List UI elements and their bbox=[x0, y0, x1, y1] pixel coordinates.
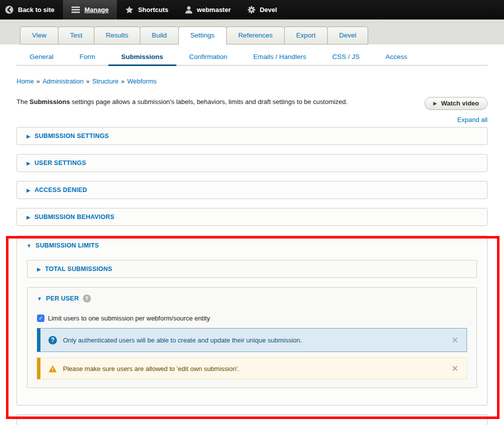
secondary-tabs-bar: General Form Submissions Confirmation Em… bbox=[16, 44, 488, 66]
fieldset-label: SUBMISSION SETTINGS bbox=[34, 132, 109, 140]
toolbar-devel[interactable]: Devel bbox=[239, 0, 286, 20]
secondary-tab-emails-handlers[interactable]: Emails / Handlers bbox=[240, 50, 319, 66]
info-message: ? Only authenticated users will be able … bbox=[37, 328, 467, 352]
toolbar-label: webmaster bbox=[197, 6, 231, 14]
fieldset-label: SUBMISSION BEHAVIORS bbox=[34, 214, 114, 220]
intro-text: The Submissions settings page allows a s… bbox=[16, 97, 414, 107]
fieldset-user-settings-toggle[interactable]: ▶ USER SETTINGS bbox=[17, 154, 487, 172]
fieldset-submission-limits-toggle[interactable]: ▼ SUBMISSION LIMITS bbox=[17, 236, 487, 253]
primary-tab-build[interactable]: Build bbox=[140, 26, 179, 44]
breadcrumb-home[interactable]: Home bbox=[16, 78, 34, 85]
limit-per-user-checkbox[interactable]: ✓ bbox=[37, 314, 44, 322]
chevron-right-icon: ▶ bbox=[26, 134, 30, 139]
toolbar-label: Manage bbox=[84, 6, 108, 14]
primary-tab-export[interactable]: Export bbox=[284, 26, 328, 44]
toolbar-user-webmaster[interactable]: webmaster bbox=[177, 0, 239, 20]
secondary-tab-general[interactable]: General bbox=[16, 50, 66, 66]
breadcrumb-structure[interactable]: Structure bbox=[92, 78, 119, 85]
primary-tab-devel[interactable]: Devel bbox=[327, 26, 369, 44]
fieldset-submission-behaviors-toggle[interactable]: ▶ SUBMISSION BEHAVIORS bbox=[17, 208, 487, 226]
toolbar-manage[interactable]: Manage bbox=[63, 0, 117, 20]
primary-tabs-bar: View Test Results Build Settings Referen… bbox=[0, 20, 504, 44]
star-icon bbox=[125, 6, 133, 14]
fieldset-label: USER SETTINGS bbox=[34, 160, 86, 166]
fieldset-access-denied: ▶ ACCESS DENIED bbox=[16, 181, 488, 199]
fieldset-user-settings: ▶ USER SETTINGS bbox=[16, 154, 488, 172]
toolbar-label: Back to site bbox=[18, 6, 54, 14]
fieldset-total-submissions-toggle[interactable]: ▶ TOTAL SUBMISSIONS bbox=[27, 260, 477, 278]
user-icon bbox=[185, 6, 192, 14]
primary-tab-results[interactable]: Results bbox=[94, 26, 140, 44]
main-content: General Form Submissions Confirmation Em… bbox=[0, 44, 504, 425]
gear-icon bbox=[248, 6, 255, 14]
fieldset-label: SUBMISSION LIMITS bbox=[35, 242, 99, 249]
breadcrumb-separator: » bbox=[121, 78, 124, 85]
breadcrumb-separator: » bbox=[36, 78, 40, 85]
fieldset-submission-limits: ▼ SUBMISSION LIMITS ▶ TOTAL SUBMISSIONS … bbox=[16, 235, 488, 406]
intro-bold: Submissions bbox=[29, 98, 70, 106]
fieldset-label: PER USER bbox=[46, 295, 79, 302]
fieldset-per-user-toggle[interactable]: ▼ PER USER ? bbox=[27, 288, 477, 310]
info-message-text: Only authenticated users will be able to… bbox=[63, 336, 302, 344]
hamburger-menu-icon bbox=[71, 6, 80, 13]
watch-video-button[interactable]: ▶ Watch video bbox=[425, 97, 488, 110]
secondary-tab-css-js[interactable]: CSS / JS bbox=[319, 50, 373, 66]
close-icon[interactable]: ✕ bbox=[452, 364, 459, 373]
primary-tab-settings[interactable]: Settings bbox=[178, 26, 227, 44]
fieldset-label: ACCESS DENIED bbox=[34, 186, 87, 194]
secondary-tab-form[interactable]: Form bbox=[66, 50, 108, 66]
toolbar-back-to-site[interactable]: Back to site bbox=[0, 0, 63, 20]
next-fieldset-partial[interactable] bbox=[16, 414, 488, 425]
chevron-right-icon: ▶ bbox=[26, 214, 30, 220]
fieldset-submission-behaviors: ▶ SUBMISSION BEHAVIORS bbox=[16, 208, 488, 226]
help-icon[interactable]: ? bbox=[83, 294, 91, 302]
chevron-down-icon: ▼ bbox=[37, 296, 42, 302]
limit-per-user-row: ✓ Limit users to one submission per webf… bbox=[37, 314, 467, 322]
fieldset-per-user: ▼ PER USER ? ✓ Limit users to one submis… bbox=[27, 287, 477, 388]
close-icon[interactable]: ✕ bbox=[452, 336, 459, 344]
warning-triangle-icon bbox=[48, 365, 57, 372]
secondary-tab-confirmation[interactable]: Confirmation bbox=[176, 50, 241, 66]
limit-per-user-label[interactable]: Limit users to one submission per webfor… bbox=[48, 314, 210, 322]
fieldset-label: TOTAL SUBMISSIONS bbox=[45, 266, 112, 272]
warning-message-text: Please make sure users are allowed to 'e… bbox=[63, 365, 239, 372]
toolbar-label: Devel bbox=[260, 6, 277, 14]
chevron-right-icon: ▶ bbox=[37, 266, 41, 272]
back-arrow-icon bbox=[5, 6, 13, 14]
primary-tab-view[interactable]: View bbox=[20, 26, 58, 44]
secondary-tab-submissions[interactable]: Submissions bbox=[108, 50, 176, 66]
secondary-tab-access[interactable]: Access bbox=[373, 50, 421, 66]
admin-toolbar: Back to site Manage Shortcuts webmaster … bbox=[0, 0, 504, 20]
expand-all-row: Expand all bbox=[16, 116, 488, 124]
fieldset-submission-settings-toggle[interactable]: ▶ SUBMISSION SETTINGS bbox=[17, 128, 487, 144]
intro-row: The Submissions settings page allows a s… bbox=[16, 97, 488, 110]
chevron-right-icon: ▶ bbox=[26, 160, 30, 166]
breadcrumb: Home»Administration»Structure»Webforms bbox=[16, 78, 488, 85]
chevron-right-icon: ▶ bbox=[26, 188, 30, 193]
primary-tab-test[interactable]: Test bbox=[58, 26, 94, 44]
expand-all-link[interactable]: Expand all bbox=[457, 116, 488, 124]
breadcrumb-webforms[interactable]: Webforms bbox=[127, 78, 157, 85]
breadcrumb-separator: » bbox=[86, 78, 89, 85]
primary-tab-references[interactable]: References bbox=[226, 26, 285, 44]
play-icon: ▶ bbox=[433, 100, 437, 106]
toolbar-shortcuts[interactable]: Shortcuts bbox=[117, 0, 177, 20]
fieldset-access-denied-toggle[interactable]: ▶ ACCESS DENIED bbox=[17, 182, 487, 198]
chevron-down-icon: ▼ bbox=[26, 243, 31, 248]
fieldset-submission-settings: ▶ SUBMISSION SETTINGS bbox=[16, 127, 488, 145]
question-circle-icon: ? bbox=[48, 336, 57, 344]
fieldset-total-submissions: ▶ TOTAL SUBMISSIONS bbox=[27, 260, 477, 278]
toolbar-label: Shortcuts bbox=[138, 6, 168, 14]
breadcrumb-administration[interactable]: Administration bbox=[42, 78, 83, 85]
warning-message: Please make sure users are allowed to 'e… bbox=[37, 358, 467, 380]
